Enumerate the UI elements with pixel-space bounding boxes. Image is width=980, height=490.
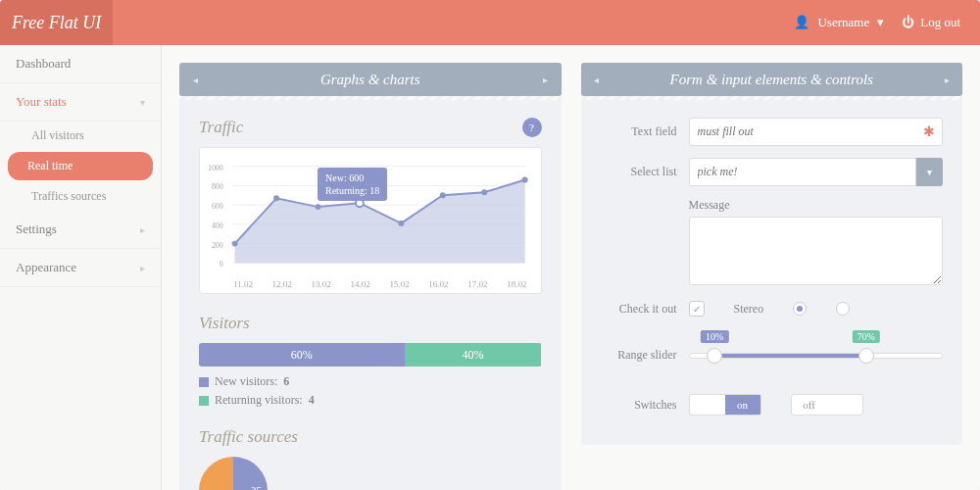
svg-text:0: 0 xyxy=(220,260,223,269)
main: Dashboard Your stats▾ All visitors Real … xyxy=(0,45,980,490)
select-input[interactable] xyxy=(689,158,917,186)
chevron-down-icon: ▾ xyxy=(140,97,145,108)
svg-text:200: 200 xyxy=(212,241,223,250)
required-icon: ✱ xyxy=(923,123,935,140)
sidebar-item-appearance[interactable]: Appearance▸ xyxy=(0,249,161,287)
panel-header-form: ◂ Form & input elements & controls ▸ xyxy=(581,63,963,96)
checkbox[interactable]: ✓ xyxy=(689,301,705,317)
stereo-label: Stereo xyxy=(734,302,764,317)
logout-button[interactable]: ⏻ Log out xyxy=(902,15,960,30)
pie-chart: 25 xyxy=(199,457,268,490)
sidebar-item-dashboard[interactable]: Dashboard xyxy=(0,45,161,83)
panel-title: Graphs & charts xyxy=(211,72,530,88)
slider-label-b: 70% xyxy=(853,330,880,343)
switch-off[interactable]: off xyxy=(791,394,863,416)
username: Username xyxy=(817,15,869,30)
check-label: Check it out xyxy=(601,302,689,317)
help-badge[interactable]: ? xyxy=(522,118,542,137)
panel-prev[interactable]: ◂ xyxy=(581,74,612,85)
svg-point-13 xyxy=(232,241,238,247)
right-column: ◂ Form & input elements & controls ▸ Tex… xyxy=(581,63,963,472)
left-column: ◂ Graphs & charts ▸ Traffic ? xyxy=(179,63,562,472)
text-field-row: Text field ✱ xyxy=(601,118,944,146)
panel-next[interactable]: ▸ xyxy=(530,74,562,85)
user-menu[interactable]: 👤 Username ▾ xyxy=(794,15,884,30)
panel-body-form: Text field ✱ Select list ▾ Message xyxy=(581,100,963,445)
svg-text:800: 800 xyxy=(212,182,223,191)
text-field-label: Text field xyxy=(601,124,689,139)
bar-returning: 40% xyxy=(405,343,542,367)
chevron-down-icon: ▾ xyxy=(877,15,884,30)
content: ◂ Graphs & charts ▸ Traffic ? xyxy=(162,45,980,490)
svg-point-17 xyxy=(398,220,404,226)
svg-point-20 xyxy=(522,177,528,183)
check-row: Check it out ✓ Stereo xyxy=(601,301,944,317)
radio-on[interactable] xyxy=(793,302,807,316)
slider-handle-b[interactable] xyxy=(858,348,874,364)
select-label: Select list xyxy=(601,165,689,179)
slider-label: Range slider xyxy=(601,348,689,363)
traffic-title: Traffic ? xyxy=(199,118,542,137)
header-right: 👤 Username ▾ ⏻ Log out xyxy=(794,15,960,30)
panel-prev[interactable]: ◂ xyxy=(179,74,211,85)
traffic-sources-title: Traffic sources xyxy=(199,427,542,447)
slider-handle-a[interactable] xyxy=(707,348,722,364)
bar-new: 60% xyxy=(199,343,405,367)
panel-header-graphs: ◂ Graphs & charts ▸ xyxy=(179,63,562,96)
pie-legend: Search engines: 10 xyxy=(287,486,395,491)
switch-on[interactable]: on xyxy=(689,394,761,416)
svg-point-18 xyxy=(440,192,446,198)
slider-row: Range slider 10% 70% xyxy=(601,348,944,363)
svg-text:600: 600 xyxy=(212,202,223,211)
power-icon: ⏻ xyxy=(902,15,914,30)
logout-label: Log out xyxy=(920,15,960,30)
panel-body-graphs: Traffic ? 1000 800 600 400 200 xyxy=(179,100,562,490)
logo-area: Free Flat UI xyxy=(0,0,113,45)
select-dropdown-button[interactable]: ▾ xyxy=(916,158,943,186)
user-icon: 👤 xyxy=(794,15,809,30)
sidebar: Dashboard Your stats▾ All visitors Real … xyxy=(0,45,162,490)
visitors-legend: New visitors: 6 Returning visitors: 4 xyxy=(199,374,542,408)
sidebar-sub-real-time[interactable]: Real time xyxy=(8,152,153,180)
svg-point-15 xyxy=(316,204,321,210)
range-slider[interactable]: 10% 70% xyxy=(689,353,944,359)
slider-label-a: 10% xyxy=(701,330,728,343)
switch-row: Switches on off xyxy=(601,394,944,416)
svg-point-14 xyxy=(273,195,279,201)
x-axis-labels: 11.0212.0213.0214.0215.0216.0217.0218.02 xyxy=(206,277,535,289)
message-row: Message xyxy=(601,198,944,289)
swatch-icon xyxy=(199,377,209,387)
message-textarea[interactable] xyxy=(689,217,944,285)
swatch-icon xyxy=(199,396,209,406)
svg-text:1000: 1000 xyxy=(208,164,223,172)
visitors-title: Visitors xyxy=(199,314,542,333)
sidebar-item-settings[interactable]: Settings▸ xyxy=(0,211,161,249)
text-field-input[interactable] xyxy=(689,118,944,146)
logo: Free Flat UI xyxy=(12,13,101,33)
sidebar-sub-all-visitors[interactable]: All visitors xyxy=(0,122,161,150)
chart-tooltip: New: 600 Returning: 18 xyxy=(318,168,387,201)
select-row: Select list ▾ xyxy=(601,158,944,186)
chevron-right-icon: ▸ xyxy=(140,263,145,273)
svg-text:400: 400 xyxy=(212,221,223,230)
traffic-chart[interactable]: 1000 800 600 400 200 0 New: 600 Returnin… xyxy=(199,147,542,294)
chevron-right-icon: ▸ xyxy=(140,224,145,235)
panel-title: Form & input elements & controls xyxy=(612,72,932,88)
pie-wrap: 25 Search engines: 10 xyxy=(199,457,542,490)
header-bar: Free Flat UI 👤 Username ▾ ⏻ Log out xyxy=(0,0,980,45)
visitors-bar: 60% 40% xyxy=(199,343,542,367)
svg-point-19 xyxy=(481,189,487,195)
message-heading: Message xyxy=(689,198,944,213)
switch-label: Switches xyxy=(601,398,689,413)
panel-next[interactable]: ▸ xyxy=(931,74,962,85)
sidebar-item-your-stats[interactable]: Your stats▾ xyxy=(0,83,161,122)
radio-off[interactable] xyxy=(836,302,850,316)
sidebar-sub-traffics-sources[interactable]: Traffics sources xyxy=(0,182,161,211)
